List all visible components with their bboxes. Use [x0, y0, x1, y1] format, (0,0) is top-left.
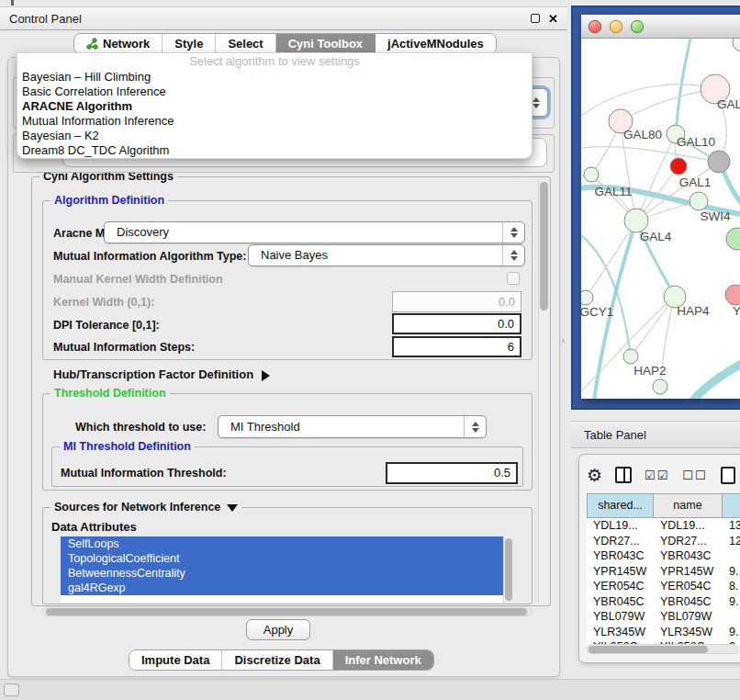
network-node-label: GCY1: [581, 305, 613, 319]
algorithm-option[interactable]: Mutual Information Inference: [17, 114, 532, 129]
table-row[interactable]: YPR145WYPR145W9.: [587, 564, 740, 580]
apply-button[interactable]: Apply: [246, 619, 310, 640]
column-header-shared-name[interactable]: shared...: [587, 493, 654, 518]
mi-steps-field[interactable]: 6: [392, 336, 521, 357]
network-node-label: HAP4: [677, 304, 710, 318]
network-view-window: GALGAL80GAL10GAL11GAL1SWI4GAL4GCY1HAP4YH…: [581, 15, 740, 399]
cyni-mode-tabs: Impute Data Discretize Data Infer Networ…: [129, 649, 434, 671]
table-horizontal-scrollbar-thumb[interactable]: [589, 646, 708, 653]
tab-select[interactable]: Select: [216, 34, 275, 53]
tab-style[interactable]: Style: [163, 34, 216, 53]
network-node-swi4[interactable]: [726, 228, 740, 250]
tab-network[interactable]: Network: [74, 34, 163, 53]
float-window-icon[interactable]: [531, 14, 540, 23]
table-row[interactable]: YBL079WYBL079W: [587, 609, 740, 625]
table-row[interactable]: YBR045CYBR045C9.: [587, 594, 740, 610]
dpi-tolerance-field[interactable]: 0.0: [392, 313, 521, 334]
algorithm-option[interactable]: ARACNE Algorithm: [17, 99, 532, 114]
network-node-label: GAL80: [623, 128, 662, 141]
splitter-handle[interactable]: ‹: [562, 335, 565, 345]
table-row[interactable]: YBR043CYBR043C: [587, 548, 740, 564]
network-node-unlabeled[interactable]: [708, 151, 730, 173]
panel-restore-button[interactable]: [4, 683, 19, 696]
algorithm-option[interactable]: Bayesian – Hill Climbing: [17, 70, 532, 85]
network-canvas[interactable]: GALGAL80GAL10GAL11GAL1SWI4GAL4GCY1HAP4YH…: [581, 39, 740, 399]
tab-discretize-data[interactable]: Discretize Data: [222, 650, 332, 670]
table-cell: YDR27...: [654, 534, 723, 549]
kernel-width-field[interactable]: 0.0: [392, 291, 521, 312]
aracne-mode-combo[interactable]: Discovery: [104, 221, 525, 243]
close-icon[interactable]: ✕: [548, 13, 558, 25]
network-node-gal1[interactable]: [690, 192, 708, 210]
mi-threshold-group-title: MI Threshold Definition: [60, 440, 195, 454]
close-traffic-light-icon[interactable]: [589, 20, 601, 33]
columns-icon[interactable]: [615, 467, 632, 483]
network-node-unlabeled[interactable]: [653, 379, 667, 394]
manual-kernel-checkbox[interactable]: [507, 272, 520, 285]
attribute-item[interactable]: SelfLoops: [61, 536, 503, 551]
kernel-width-label: Kernel Width (0,1):: [53, 296, 154, 309]
select-all-icon[interactable]: ☑☑: [645, 469, 669, 482]
export-table-icon[interactable]: [721, 467, 735, 484]
table-cell: YBR043C: [654, 548, 723, 564]
combo-spinner-icon: [464, 416, 486, 437]
zoom-traffic-light-icon[interactable]: [631, 20, 644, 33]
attribute-item[interactable]: BetweennessCentrality: [61, 566, 503, 581]
network-node-unlabeled[interactable]: [670, 158, 687, 175]
algorithm-dropdown-popup: Select algorithm to view settings Bayesi…: [17, 52, 533, 159]
network-node-gcy1[interactable]: [581, 290, 593, 305]
manual-kernel-label: Manual Kernel Width Definition: [53, 273, 223, 286]
column-header-name[interactable]: name: [654, 493, 723, 518]
column-header-third[interactable]: A: [723, 493, 740, 518]
table-panel-titlebar: Table Panel: [571, 421, 740, 448]
table-row[interactable]: YER054CYER054C8.: [587, 579, 740, 594]
table-horizontal-scrollbar[interactable]: [587, 644, 739, 654]
table-body: YDL19...YDL19...13YDR27...YDR27...12YBR0…: [587, 518, 740, 647]
table-cell: 13: [723, 518, 740, 534]
algorithm-option[interactable]: Bayesian – K2: [17, 129, 532, 143]
threshold-definition-title: Threshold Definition: [50, 387, 170, 401]
table-toolbar: ⚙ ☑☑ ☐☐: [587, 462, 740, 488]
algorithm-definition-title: Algorithm Definition: [50, 194, 168, 208]
network-node-label: HAP2: [633, 364, 666, 378]
hub-definition-toggle[interactable]: Hub/Transcription Factor Definition: [53, 367, 270, 381]
which-threshold-label: Which threshold to use:: [75, 421, 206, 434]
minimize-traffic-light-icon[interactable]: [610, 20, 622, 33]
network-node-label: GAL11: [594, 185, 632, 198]
control-panel-title: Control Panel: [0, 12, 82, 26]
which-threshold-combo[interactable]: MI Threshold: [218, 415, 487, 438]
control-panel-titlebar: Control Panel ✕: [0, 6, 567, 30]
network-node-y[interactable]: [725, 285, 740, 305]
table-cell: YLR345W: [587, 625, 654, 640]
mi-steps-label: Mutual Information Steps:: [53, 341, 195, 354]
aracne-mode-value: Discovery: [105, 222, 524, 243]
network-window-titlebar[interactable]: [581, 15, 740, 39]
mi-threshold-label: Mutual Information Threshold:: [61, 467, 227, 480]
attributes-scrollbar-thumb[interactable]: [505, 538, 512, 601]
sources-group-title[interactable]: Sources for Network Inference: [50, 501, 241, 514]
tab-infer-network[interactable]: Infer Network: [333, 650, 433, 670]
settings-vertical-scrollbar-thumb[interactable]: [540, 182, 548, 310]
tab-jactivemnodules[interactable]: jActiveMNodules: [376, 34, 496, 53]
attribute-item[interactable]: gal4RGexp: [61, 581, 503, 595]
table-cell: YER054C: [587, 579, 654, 594]
top-edge-tick: [11, 0, 14, 6]
algorithm-option[interactable]: Basic Correlation Inference: [17, 85, 532, 99]
deselect-all-icon[interactable]: ☐☐: [682, 469, 707, 482]
table-row[interactable]: YDR27...YDR27...12: [587, 534, 740, 549]
settings-horizontal-scrollbar-thumb[interactable]: [46, 608, 527, 615]
network-node-gal11[interactable]: [584, 167, 599, 182]
algorithm-option[interactable]: Dream8 DC_TDC Algorithm: [17, 143, 532, 158]
attribute-item[interactable]: TopologicalCoefficient: [61, 551, 503, 566]
mi-threshold-field[interactable]: 0.5: [386, 462, 518, 484]
table-cell: YBR043C: [587, 548, 654, 564]
gear-icon[interactable]: ⚙: [587, 467, 602, 484]
table-row[interactable]: YLR345WYLR345W9.: [587, 625, 740, 640]
network-node-label: Y: [733, 304, 740, 318]
mi-type-combo[interactable]: Naive Bayes: [248, 244, 525, 266]
network-node-hap2[interactable]: [623, 349, 638, 364]
network-node-unlabeled[interactable]: [733, 39, 740, 51]
tab-cyni-toolbox[interactable]: Cyni Toolbox: [276, 34, 376, 53]
table-row[interactable]: YDL19...YDL19...13: [587, 518, 740, 534]
tab-impute-data[interactable]: Impute Data: [129, 650, 222, 670]
